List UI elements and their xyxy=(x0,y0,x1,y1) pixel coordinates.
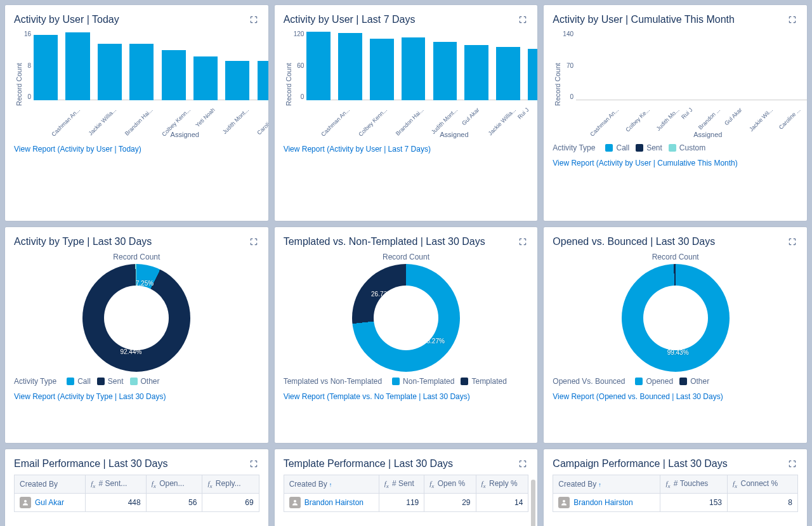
bar[interactable] xyxy=(496,47,520,100)
user-cell: Gul Akar xyxy=(15,494,86,512)
bar[interactable] xyxy=(98,44,122,100)
svg-point-0 xyxy=(24,500,27,503)
value-cell: 56 xyxy=(146,494,202,512)
expand-icon[interactable] xyxy=(517,14,528,25)
column-header[interactable]: fx Open % xyxy=(424,475,476,494)
legend-item[interactable]: Opened xyxy=(635,377,673,386)
legend: Opened Vs. BouncedOpenedOther xyxy=(553,377,798,386)
bar[interactable] xyxy=(193,56,218,100)
card-activity-user-month: Activity by User | Cumulative This Month… xyxy=(544,5,807,221)
card-title: Activity by Type | Last 30 Days xyxy=(14,236,152,247)
legend: Templated vs Non-TemplatedNon-TemplatedT… xyxy=(284,377,529,386)
table: Created By↑fx # Touchesfx Connect %Brand… xyxy=(553,475,798,512)
legend-item[interactable]: Other xyxy=(679,377,709,386)
bar-plot xyxy=(576,30,807,100)
svg-point-2 xyxy=(563,500,565,503)
stacked-bar-chart: Record Count140700Cashman An...Colbey Ke… xyxy=(553,30,798,152)
donut-slice-label: 73.27% xyxy=(423,338,445,345)
view-report-link[interactable]: View Report (Template vs. No Template | … xyxy=(284,392,470,401)
donut-chart: 99.43%Opened Vs. BouncedOpenedOther xyxy=(553,264,798,386)
table: Created Byfx # Sent...fx Open...fx Reply… xyxy=(14,475,259,512)
column-header[interactable]: Created By↑ xyxy=(284,475,379,494)
donut[interactable]: 73.27%26.73% xyxy=(352,264,460,372)
legend-item[interactable]: Sent xyxy=(97,377,124,386)
table-row: Brandon Hairston1538 xyxy=(553,494,798,512)
expand-icon[interactable] xyxy=(248,458,259,470)
bar[interactable] xyxy=(306,32,331,100)
table-row: Brandon Hairston1192914 xyxy=(284,494,528,512)
column-header[interactable]: fx Reply % xyxy=(476,475,528,494)
column-header[interactable]: Created By xyxy=(15,475,86,494)
bar[interactable] xyxy=(162,50,186,100)
scrollbar[interactable] xyxy=(531,480,535,526)
expand-icon[interactable] xyxy=(248,236,259,247)
bar[interactable] xyxy=(402,37,426,100)
column-header[interactable]: Created By↑ xyxy=(553,475,660,494)
expand-icon[interactable] xyxy=(248,14,259,25)
value-cell: 448 xyxy=(86,494,147,512)
card-activity-type-30: Activity by Type | Last 30 Days Record C… xyxy=(5,227,268,443)
user-icon xyxy=(20,497,31,508)
table: Created By↑fx # Sentfx Open %fx Reply %B… xyxy=(284,475,529,512)
table-row: Gul Akar4485669 xyxy=(15,494,259,512)
expand-icon[interactable] xyxy=(517,458,528,470)
y-ticks: 140700 xyxy=(563,30,576,100)
bar-plot xyxy=(306,30,537,100)
user-link[interactable]: Brandon Hairston xyxy=(304,498,363,507)
expand-icon[interactable] xyxy=(787,236,798,247)
user-cell: Brandon Hairston xyxy=(284,494,379,512)
legend-item[interactable]: Templated xyxy=(461,377,506,386)
bar[interactable] xyxy=(65,32,89,100)
legend-item[interactable]: Other xyxy=(130,377,160,386)
x-ticks: Cashman An...Jackie Willia...Brandon Hai… xyxy=(24,100,268,132)
donut-chart: 73.27%26.73%Templated vs Non-TemplatedNo… xyxy=(284,264,529,386)
legend: Activity TypeCallSentOther xyxy=(14,377,259,386)
view-report-link[interactable]: View Report (Activity by User | Cumulati… xyxy=(553,159,737,168)
view-report-link[interactable]: View Report (Opened vs. Bounced | Last 3… xyxy=(553,392,723,401)
bar[interactable] xyxy=(225,61,249,100)
bar-chart: Record Count120600Cashman An...Colbey Ke… xyxy=(284,30,529,138)
chart-subtitle: Record Count xyxy=(14,253,259,261)
expand-icon[interactable] xyxy=(787,458,798,470)
donut[interactable]: 7.25%92.44% xyxy=(82,264,190,372)
bar[interactable] xyxy=(464,45,488,100)
column-header[interactable]: fx # Sent xyxy=(379,475,424,494)
bar[interactable] xyxy=(258,61,268,100)
bar[interactable] xyxy=(34,35,58,100)
user-icon xyxy=(289,497,301,508)
donut[interactable]: 99.43% xyxy=(622,264,730,372)
y-ticks: 1680 xyxy=(24,30,34,100)
user-link[interactable]: Brandon Hairston xyxy=(573,498,632,507)
donut-slice-label: 26.73% xyxy=(371,291,393,298)
card-email-perf: Email Performance | Last 30 Days Created… xyxy=(5,449,268,526)
view-report-link[interactable]: View Report (Activity by Type | Last 30 … xyxy=(14,392,166,401)
bar[interactable] xyxy=(528,49,537,100)
bar[interactable] xyxy=(370,39,394,100)
bar-plot xyxy=(34,30,268,100)
user-link[interactable]: Gul Akar xyxy=(35,498,64,507)
expand-icon[interactable] xyxy=(517,236,528,247)
x-ticks: Cashman An...Colbey Ke...Judith Mo...Rui… xyxy=(563,100,807,132)
data-table: Created By↑fx # Touchesfx Connect %Brand… xyxy=(553,475,798,512)
column-header[interactable]: fx Open... xyxy=(146,475,202,494)
column-header[interactable]: fx Reply... xyxy=(202,475,259,494)
legend-item[interactable]: Non-Templated xyxy=(392,377,454,386)
bar[interactable] xyxy=(338,33,362,100)
legend-item[interactable]: Call xyxy=(67,377,91,386)
column-header[interactable]: fx Connect % xyxy=(728,475,798,494)
donut-slice-label: 7.25% xyxy=(136,280,154,287)
bar[interactable] xyxy=(129,44,154,100)
card-templated-30: Templated vs. Non-Templated | Last 30 Da… xyxy=(275,227,538,443)
y-axis-label: Record Count xyxy=(14,30,24,138)
chart-subtitle: Record Count xyxy=(284,253,529,261)
column-header[interactable]: fx # Sent... xyxy=(86,475,147,494)
donut-slice-label: 92.44% xyxy=(120,348,141,355)
bar[interactable] xyxy=(433,42,457,100)
value-cell: 153 xyxy=(660,494,728,512)
column-header[interactable]: fx # Touches xyxy=(660,475,728,494)
chart-subtitle: Record Count xyxy=(553,253,798,261)
card-campaign-perf: Campaign Performance | Last 30 Days Crea… xyxy=(544,449,807,526)
card-activity-user-today: Activity by User | Today Record Count168… xyxy=(5,5,268,221)
card-title: Campaign Performance | Last 30 Days xyxy=(553,458,727,470)
expand-icon[interactable] xyxy=(787,14,798,25)
